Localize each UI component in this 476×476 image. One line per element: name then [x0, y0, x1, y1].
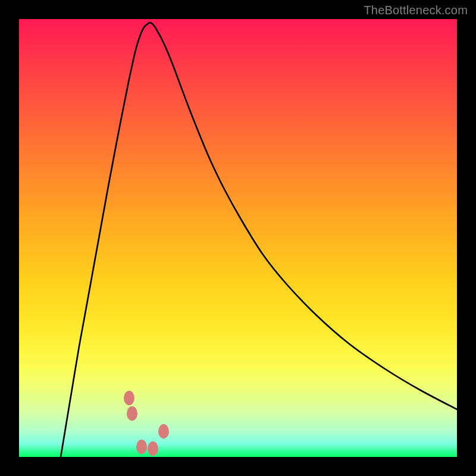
marker-group: [124, 391, 169, 456]
marker-bottom-left: [136, 440, 147, 454]
marker-right: [158, 424, 169, 439]
plot-area: [19, 19, 457, 457]
bottleneck-curve-path: [61, 23, 457, 457]
watermark-text: TheBottleneck.com: [364, 4, 468, 17]
curve-svg: [19, 19, 457, 457]
chart-frame: TheBottleneck.com: [0, 0, 476, 476]
marker-bottom-right: [148, 441, 158, 456]
marker-left-upper: [124, 391, 134, 405]
marker-left-lower: [127, 406, 137, 421]
